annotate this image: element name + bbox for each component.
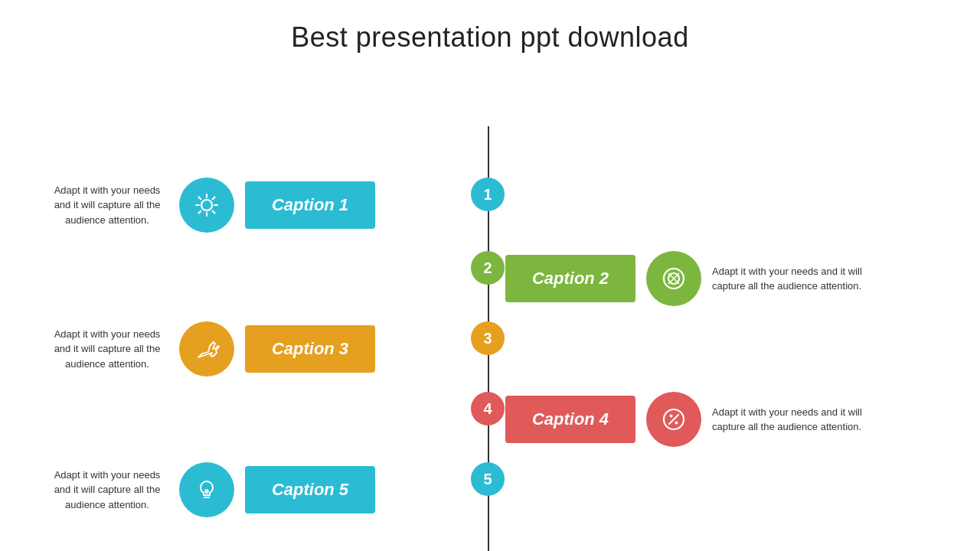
item-2: Caption 2 Adapt it with your needs and i… — [505, 251, 865, 306]
num-2: 2 — [471, 251, 505, 285]
item-1-icon — [179, 178, 234, 233]
item-2-text: Adapt it with your needs and it will cap… — [712, 264, 865, 294]
num-3: 3 — [471, 321, 505, 355]
item-3-icon — [179, 321, 234, 377]
num-4: 4 — [471, 392, 505, 425]
item-4-caption: Caption 4 — [505, 396, 635, 443]
num-1: 1 — [471, 178, 505, 211]
diagram-area: Adapt it with your needs and it will cap… — [0, 61, 980, 551]
item-1: Adapt it with your needs and it will cap… — [46, 178, 375, 233]
item-2-caption: Caption 2 — [505, 255, 635, 302]
item-3-text: Adapt it with your needs and it will cap… — [46, 327, 168, 372]
svg-point-0 — [201, 200, 212, 210]
item-5-caption: Caption 5 — [245, 466, 375, 514]
item-1-text: Adapt it with your needs and it will cap… — [46, 183, 168, 228]
num-5: 5 — [471, 462, 505, 496]
item-4-icon — [646, 392, 701, 447]
item-3: Adapt it with your needs and it will cap… — [46, 321, 375, 377]
item-5-text: Adapt it with your needs and it will cap… — [46, 468, 168, 513]
item-5: Adapt it with your needs and it will cap… — [46, 462, 375, 517]
page-title: Best presentation ppt download — [0, 0, 980, 61]
item-4-text: Adapt it with your needs and it will cap… — [712, 405, 865, 435]
item-4: Caption 4 Adapt it with your needs and i… — [505, 392, 865, 447]
item-5-icon — [179, 462, 234, 517]
item-1-caption: Caption 1 — [245, 181, 375, 229]
item-3-caption: Caption 3 — [245, 325, 375, 373]
item-2-icon — [646, 251, 701, 306]
